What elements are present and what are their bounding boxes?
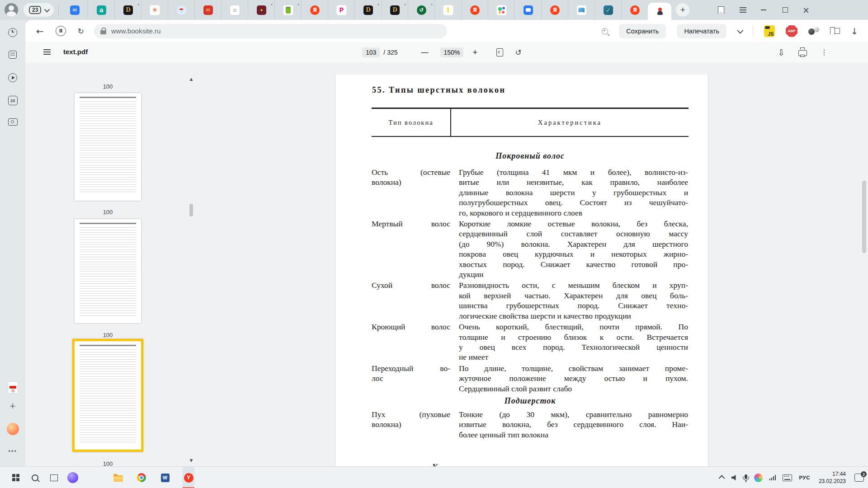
minimize-button[interactable] (757, 0, 770, 20)
browser-tab[interactable]: D (114, 0, 141, 20)
browser-tab[interactable]: ✳ (141, 0, 168, 20)
chrome-app-button[interactable] (136, 467, 147, 488)
active-tab[interactable] (648, 3, 671, 20)
pdf-more-icon[interactable]: ⋮ (821, 48, 828, 56)
extension-spheres-icon[interactable] (808, 27, 819, 35)
browser-tab[interactable]: Я (301, 0, 328, 20)
zoom-out-button[interactable]: — (421, 48, 429, 56)
screenshot-button[interactable] (0, 118, 25, 126)
tab-counter[interactable]: 23 (24, 3, 54, 17)
browser-tab[interactable]: ✉ (61, 0, 88, 20)
shopping-bag-icon (283, 5, 293, 15)
sidebar-more-button[interactable]: ••• (0, 447, 25, 454)
back-button[interactable]: ← (36, 26, 44, 37)
browser-tab[interactable] (568, 0, 594, 20)
disk-tray-button[interactable] (753, 467, 764, 488)
pdf-print-icon[interactable] (798, 50, 807, 56)
search-icon (32, 474, 38, 481)
restore-button[interactable] (778, 0, 792, 20)
browser-tab[interactable]: D (354, 0, 381, 20)
pdf-download-icon[interactable]: ⇩ (778, 47, 785, 57)
address-bar[interactable]: www.booksite.ru (94, 24, 447, 38)
adblock-badge[interactable]: ABP (786, 25, 797, 37)
start-button[interactable] (10, 467, 22, 488)
feed-button[interactable] (0, 51, 25, 59)
browser-tab[interactable]: ✦ (248, 0, 274, 20)
browser-tab[interactable]: Я (461, 0, 488, 20)
browser-tab[interactable]: P (328, 0, 354, 20)
video-play-icon (8, 73, 17, 82)
page-number-input[interactable]: 103 (362, 47, 380, 57)
tabs-panel-button[interactable]: 23 (0, 96, 25, 105)
browser-tab[interactable]: D (381, 0, 408, 20)
reload-button[interactable]: ↻ (78, 27, 84, 36)
folder-icon (113, 475, 123, 482)
browser-tab[interactable]: a (88, 0, 114, 20)
pdf-app-button[interactable] (0, 381, 25, 394)
assistant-app-button[interactable] (67, 467, 79, 488)
table-row: Мертвый волосКороткие ломкие остевые вол… (372, 219, 689, 279)
yandex-search-button[interactable]: Я (56, 26, 66, 36)
thumbnail-scrollbar[interactable]: ▲ ▼ (188, 66, 194, 463)
browser-tab[interactable]: Я (621, 0, 648, 20)
browser-tab[interactable]: ≡ (221, 0, 248, 20)
thumbnail-panel: 100100100100 (75, 62, 141, 466)
browser-tab[interactable] (488, 0, 514, 20)
zoom-in-button[interactable]: + (472, 47, 477, 57)
browser-tab[interactable]: ☂ (168, 0, 194, 20)
keyboard-button[interactable] (781, 467, 793, 488)
history-button[interactable] (0, 28, 25, 37)
assistant-button[interactable] (0, 423, 25, 435)
language-indicator[interactable]: РУС (797, 467, 811, 488)
table-section: Покровный волосОсть (остевыеволокна)Груб… (372, 151, 689, 394)
scroll-down-icon[interactable]: ▼ (188, 458, 194, 463)
taskbar-search-button[interactable] (29, 467, 41, 488)
video-button[interactable] (0, 73, 25, 82)
zoom-in-icon[interactable] (602, 28, 608, 34)
section-heading: Покровный волос (372, 151, 689, 161)
profile-avatar[interactable] (5, 3, 18, 17)
thumbnail-page-number: 100 (75, 209, 141, 216)
browser-tab[interactable]: Я (541, 0, 568, 20)
task-view-icon (50, 474, 58, 481)
bookmarks-flag-button[interactable] (714, 0, 728, 20)
downloads-button[interactable]: ↓ (851, 26, 858, 36)
word-app-button[interactable]: W (159, 467, 171, 488)
network-button[interactable] (768, 467, 778, 488)
browser-tab[interactable]: ✉ (194, 0, 221, 20)
rotate-icon[interactable]: ↺ (515, 48, 521, 57)
task-view-button[interactable] (48, 467, 60, 488)
page-thumbnail[interactable] (75, 93, 141, 201)
scroll-up-icon[interactable]: ▲ (188, 77, 194, 81)
browser-tab[interactable] (274, 0, 301, 20)
tray-expand-button[interactable] (719, 467, 726, 488)
browser-tab[interactable]: ✓ (594, 0, 621, 20)
collections-icon[interactable] (830, 27, 840, 35)
url-text[interactable]: www.booksite.ru (111, 27, 160, 35)
close-button[interactable]: × (799, 0, 813, 20)
page-scrollbar[interactable] (862, 62, 867, 466)
print-button[interactable]: Напечатать (677, 24, 726, 38)
eco-swirl-icon: ↺ (417, 5, 426, 15)
browser-tab[interactable] (514, 0, 541, 20)
browser-tab[interactable]: ↺ (408, 0, 434, 20)
page-thumbnail-current[interactable] (72, 339, 143, 452)
notification-center-button[interactable]: 2 (853, 467, 865, 488)
explorer-app-button[interactable] (112, 467, 124, 488)
microphone-button[interactable] (743, 467, 749, 488)
zoom-level[interactable]: 150% (440, 47, 464, 57)
browser-menu-button[interactable] (736, 0, 750, 20)
new-tab-button[interactable]: + (676, 3, 689, 17)
page-thumbnail[interactable] (75, 219, 141, 323)
yandex-browser-app-button[interactable]: Y (183, 467, 194, 488)
volume-button[interactable] (730, 467, 739, 488)
tab-bar: 23 ✉aD✳☂✉≡✦ЯPDD↺iЯЯ✓Я + × (0, 0, 868, 20)
js-extension-badge[interactable]: JS (764, 25, 775, 37)
panel-chevron-icon[interactable] (737, 27, 743, 33)
save-button[interactable]: Сохранить (619, 24, 666, 38)
clock[interactable]: 17:44 23.02.2023 (816, 467, 849, 488)
browser-tab[interactable]: i (434, 0, 461, 20)
fit-page-icon[interactable] (496, 48, 503, 56)
pdf-menu-button[interactable] (43, 49, 51, 50)
sidebar-add-button[interactable]: + (0, 400, 25, 412)
